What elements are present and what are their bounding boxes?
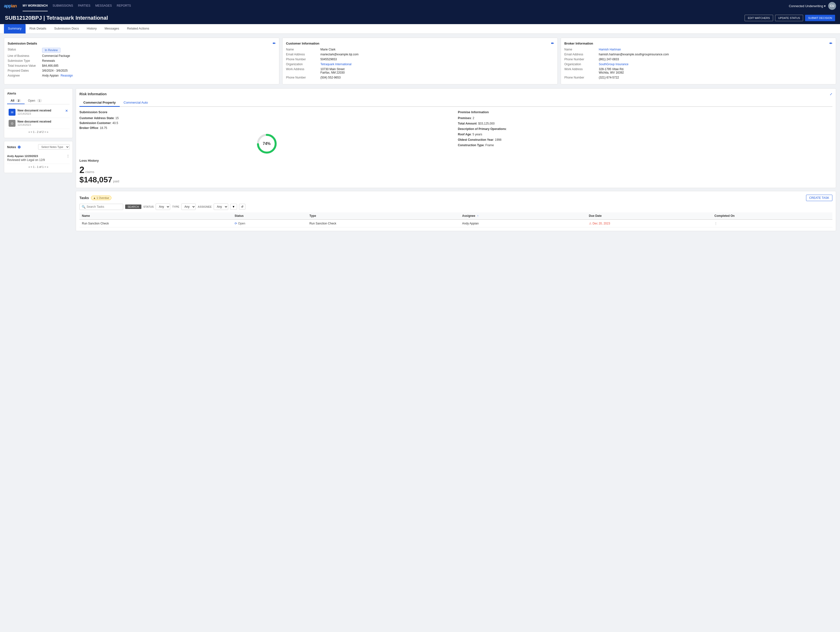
cust-org-value[interactable]: Tetraquark International (321, 62, 351, 66)
lob-value: Commercial Package (42, 54, 70, 58)
alert-tab-open[interactable]: Open 1 (25, 98, 46, 104)
search-button[interactable]: SEARCH (125, 204, 141, 209)
note-item-1: Andy Appian 12/20/2023 ⋮ Reviewed with L… (7, 152, 69, 164)
nav-parties[interactable]: PARTIES (78, 0, 90, 11)
tab-submission-docs[interactable]: Submission Docs (50, 24, 83, 33)
broker-address-row: Work Address 328-1795 Vitae Rd.Wichita, … (564, 67, 832, 74)
alert-text-2: New document received 12/14/2023 (17, 120, 68, 126)
task-name: Run Sanction Check (79, 220, 232, 227)
update-status-button[interactable]: UPDATE STATUS (775, 15, 804, 21)
risk-info-card: Risk Information ⤢ Commercial Property C… (76, 88, 836, 188)
avatar[interactable]: CU (828, 2, 836, 10)
assignee-sort-icon[interactable]: ↑ (477, 214, 478, 217)
nav-links: MY WORKBENCH SUBMISSIONS PARTIES MESSAGE… (23, 0, 789, 11)
refresh-icon-button[interactable]: ↺ (239, 204, 245, 210)
expand-icon[interactable]: ⤢ (830, 92, 832, 96)
cust-phone-row: Phone Number 5045529653 (286, 58, 554, 61)
right-column: Risk Information ⤢ Commercial Property C… (76, 88, 836, 231)
ins-val-label: Total Insurance Value (8, 64, 42, 67)
total-amount-value: $33,125,000 (478, 122, 495, 125)
broker-org-value[interactable]: SouthGroup Insurance (599, 62, 628, 66)
edit-watchers-button[interactable]: EDIT WATCHERS (745, 15, 773, 21)
nav-messages[interactable]: MESSAGES (95, 0, 112, 11)
submission-details-edit-icon[interactable]: ✏ (273, 41, 276, 45)
donut-chart: 74% (256, 133, 278, 155)
create-task-button[interactable]: CREATE TASK (806, 195, 832, 201)
due-date-warning: ⚠ Dec 20, 2023 (589, 222, 710, 225)
broker-info-card: Broker Information ✏ Name Hamish Hartman… (561, 38, 836, 84)
top-nav: appian MY WORKBENCH SUBMISSIONS PARTIES … (0, 0, 840, 12)
risk-tab-commercial-auto[interactable]: Commercial Auto (120, 99, 152, 107)
inbox-icon: ⊙ (9, 120, 16, 127)
risk-tabs: Commercial Property Commercial Auto (79, 99, 832, 107)
tabs-bar: Summary Risk Details Submission Docs His… (0, 24, 840, 34)
broker-name-value[interactable]: Hamish Hartman (599, 48, 621, 51)
broker-email-row: Email Address hamish.hartman@example.sou… (564, 53, 832, 56)
cust-email-row: Email Address marieclark@example.tqi.com (286, 53, 554, 56)
nav-submissions[interactable]: SUBMISSIONS (53, 0, 73, 11)
add-note-icon[interactable]: ⊕ (17, 145, 21, 149)
cust-work-phone-value: (504) 552-9653 (321, 76, 341, 79)
note-header-row: Andy Appian 12/20/2023 ⋮ (7, 154, 69, 158)
submission-details-card: Submission Details ✏ Status In Review Li… (4, 38, 279, 84)
header-buttons: EDIT WATCHERS UPDATE STATUS SUBMIT DECIS… (745, 15, 835, 21)
score-value-3: 18.75 (100, 126, 107, 130)
broker-org-row: Organization SouthGroup Insurance (564, 62, 832, 66)
proposed-dates-value: 3/6/2024 - 3/6/2025 (42, 69, 68, 72)
notes-card: Notes ⊕ Select Notes Type Andy Appian 12… (4, 141, 73, 173)
tab-summary[interactable]: Summary (4, 24, 25, 33)
loss-claims-row: 2 claims (79, 165, 454, 175)
note-menu-icon[interactable]: ⋮ (66, 154, 69, 158)
status-row: Status In Review (8, 48, 276, 53)
filter-icon-button[interactable]: ▼ (230, 204, 237, 210)
customer-info-title: Customer Information ✏ (286, 41, 554, 45)
connected-underwriting-label[interactable]: Connected Underwriting ▾ (789, 4, 826, 8)
tab-related-actions[interactable]: Related Actions (123, 24, 153, 33)
notes-type-select[interactable]: Select Notes Type (38, 144, 69, 150)
customer-info-edit-icon[interactable]: ✏ (551, 41, 554, 45)
nav-my-workbench[interactable]: MY WORKBENCH (23, 0, 48, 11)
proposed-dates-row: Proposed Dates 3/6/2024 - 3/6/2025 (8, 69, 276, 72)
sub-type-value: Renewals (42, 59, 55, 62)
tab-history[interactable]: History (83, 24, 101, 33)
note-author: Andy Appian 12/20/2023 (7, 155, 38, 157)
cust-phone-value: 5045529653 (321, 58, 337, 61)
score-label-1: Customer Address State (79, 116, 114, 120)
search-tasks-input[interactable] (87, 205, 121, 209)
broker-phone2-label: Phone Number (564, 76, 599, 79)
submit-decision-button[interactable]: SUBMIT DECISION (805, 15, 835, 21)
premise-row-6: Construction Type: Frame (458, 144, 832, 147)
warning-icon: ⚠ (589, 222, 592, 225)
broker-info-title: Broker Information ✏ (564, 41, 832, 45)
alert-close-1[interactable]: ✕ (65, 109, 68, 113)
broker-info-edit-icon[interactable]: ✏ (829, 41, 832, 45)
task-status: ⟳ Open (232, 220, 307, 227)
insurance-value-row: Total Insurance Value $44,466,685 (8, 64, 276, 67)
task-row-menu-icon[interactable]: ⋮ (714, 222, 717, 225)
sub-type-label: Submission Type (8, 59, 42, 62)
tab-risk-details[interactable]: Risk Details (25, 24, 51, 33)
line-of-business-row: Line of Business Commercial Package (8, 54, 276, 58)
broker-email-label: Email Address (564, 53, 599, 56)
risk-tab-commercial-property[interactable]: Commercial Property (79, 99, 120, 107)
type-filter-select[interactable]: Any (181, 204, 196, 210)
broker-org-label: Organization (564, 62, 599, 66)
status-filter-select[interactable]: Any (156, 204, 170, 210)
col-assignee: Assignee ↑ (459, 212, 563, 220)
nav-reports[interactable]: REPORTS (117, 0, 131, 11)
broker-address-label: Work Address (564, 67, 599, 74)
alert-tab-all[interactable]: All 2 (7, 98, 25, 104)
col-due-date: Due Date (586, 212, 712, 220)
tab-messages[interactable]: Messages (101, 24, 123, 33)
col-name: Name (79, 212, 232, 220)
alert-item-1: ✉ New document received 12/14/2023 ✕ (7, 107, 69, 118)
loss-section: Loss History 2 claims $148,057 paid (79, 159, 454, 184)
assignee-filter-select[interactable]: Any (214, 204, 228, 210)
premise-row-4: Roof Age: 5 years (458, 133, 832, 136)
alert-all-badge: 2 (16, 99, 21, 102)
alert-tabs: All 2 Open 1 (7, 98, 69, 105)
cust-phone-label: Phone Number (286, 58, 321, 61)
loss-title: Loss History (79, 159, 454, 162)
alerts-pagination: « < 1 - 2 of 2 > » (7, 129, 69, 135)
reassign-link[interactable]: Reassign (60, 74, 73, 77)
